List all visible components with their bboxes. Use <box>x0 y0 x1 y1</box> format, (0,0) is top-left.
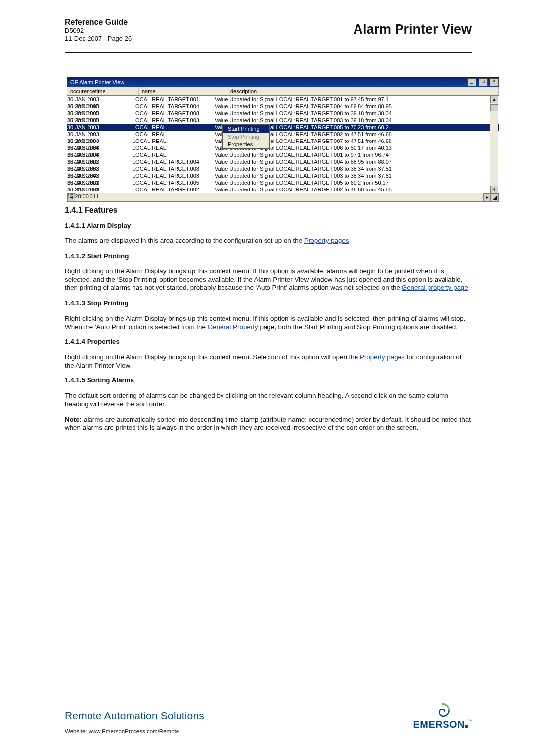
maximize-button[interactable]: □ <box>479 78 488 86</box>
cell-time: 30-JAN-2003 15:28:30.605 <box>67 110 133 117</box>
text: . <box>349 237 351 244</box>
cell-time: 30-JAN-2003 15:28:30.204 <box>67 144 133 151</box>
table-row[interactable]: 30-JAN-2003 15:28:00.682LOCAL:REAL.TARGE… <box>67 158 499 165</box>
minimize-button[interactable]: _ <box>467 78 476 86</box>
cell-name: LOCAL:REAL.TARGET.003 <box>133 172 215 179</box>
dot-icon <box>465 725 468 728</box>
footer-divider <box>65 725 472 725</box>
page-header: Reference Guide D5092 11-Dec-2007 - Page… <box>65 18 472 42</box>
cell-desc: Value Updated for Signal LOCAL:REAL.TARG… <box>215 186 499 193</box>
table-row[interactable]: 30-JAN-2003 15:28:30.605LOCAL:REAL.TARGE… <box>67 110 499 117</box>
column-name[interactable]: name <box>139 87 227 95</box>
cell-desc: Value Updated for Signal LOCAL:REAL.TARG… <box>215 117 499 124</box>
cell-name: LOCAL:REAL.TARGET.002 <box>133 186 215 193</box>
scroll-down-icon[interactable]: ▼ <box>490 186 498 193</box>
cell-name: LOCAL:REAL. <box>133 144 215 151</box>
table-row[interactable]: 30-JAN-2003 15:28:00.311LOCAL:REAL.TARGE… <box>67 186 499 193</box>
cell-desc: Value Updated for Signal LOCAL:REAL.TARG… <box>215 179 499 186</box>
cell-name: LOCAL:REAL. <box>133 124 215 131</box>
website-line: Website: www.EmersonProcess.com/Remote <box>65 728 472 734</box>
column-occurencetime[interactable]: occurencetime <box>67 87 139 95</box>
table-row[interactable]: 30-JAN-2003 15:28:30.354LOCAL:REAL.Value… <box>67 124 499 131</box>
table-row[interactable]: 30-JAN-2003 15:28:30.284LOCAL:REAL.Value… <box>67 138 499 144</box>
cell-time: 30-JAN-2003 15:28:00.311 <box>67 186 133 193</box>
link-property-pages-2[interactable]: Property pages <box>360 353 405 361</box>
link-general-property[interactable]: General Property <box>208 323 258 331</box>
header-divider <box>65 52 472 53</box>
note-label: Note: <box>65 416 82 423</box>
cell-time: 30-JAN-2003 15:28:00.822 <box>67 151 133 158</box>
cell-name: LOCAL:REAL.TARGET.004 <box>133 103 215 110</box>
page-footer: EMERSON™ Remote Automation Solutions Web… <box>65 710 472 734</box>
column-description[interactable]: description <box>227 87 499 95</box>
ras-title: Remote Automation Solutions <box>65 710 472 722</box>
para-stop-printing: Right clicking on the Alarm Display brin… <box>65 314 472 331</box>
note-body: alarms are automatically sorted into des… <box>65 416 471 431</box>
cell-time: 30-JAN-2003 15:28:30.815 <box>67 96 133 103</box>
doc-section-title: Alarm Printer View <box>353 22 472 37</box>
alarm-printer-window: OE Alarm Printer View _ □ × occurencetim… <box>67 77 499 202</box>
cell-time: 30-JAN-2003 15:28:00.642 <box>67 165 133 172</box>
cell-time: 30-JAN-2003 15:28:30.284 <box>67 138 133 144</box>
scroll-right-icon[interactable]: ► <box>483 193 491 201</box>
cell-time: 30-JAN-2003 15:28:30.645 <box>67 103 133 110</box>
tm-icon: ™ <box>468 719 472 723</box>
cell-time: 30-JAN-2003 15:28:30.595 <box>67 117 133 124</box>
cell-desc: Value Updated for Signal LOCAL:REAL.TARG… <box>215 158 499 165</box>
heading-stop-printing: 1.4.1.3 Stop Printing <box>65 299 472 307</box>
window-titlebar[interactable]: OE Alarm Printer View _ □ × <box>67 77 499 87</box>
vertical-scrollbar[interactable]: ▲ ▼ <box>490 95 498 193</box>
emerson-text: EMERSON <box>413 719 465 730</box>
window-buttons: _ □ × <box>466 78 499 86</box>
note-paragraph: Note: alarms are automatically sorted in… <box>65 415 472 432</box>
text: page, both the Start Printing and Stop P… <box>258 323 458 331</box>
para-properties: Right clicking on the Alarm Display brin… <box>65 353 472 370</box>
heading-features: 1.4.1 Features <box>65 205 472 215</box>
emerson-logo: EMERSON™ <box>413 702 472 730</box>
scroll-up-icon[interactable]: ▲ <box>490 95 498 103</box>
heading-sorting-alarms: 1.4.1.5 Sorting Alarms <box>65 376 472 384</box>
scroll-thumb[interactable] <box>490 104 498 111</box>
heading-start-printing: 1.4.1.2 Start Printing <box>65 252 472 260</box>
table-row[interactable]: 30-JAN-2003 15:28:30.595LOCAL:REAL.TARGE… <box>67 117 499 124</box>
cell-name: LOCAL:REAL.TARGET.008 <box>133 110 215 117</box>
cell-desc: Value Updated for Signal LOCAL:REAL.TARG… <box>215 165 499 172</box>
cell-name: LOCAL:REAL.TARGET.001 <box>133 96 215 103</box>
table-row[interactable]: 30-JAN-2003 15:28:00.621LOCAL:REAL.TARGE… <box>67 172 499 179</box>
heading-properties: 1.4.1.4 Properties <box>65 337 472 346</box>
link-property-pages[interactable]: Property pages <box>304 237 349 244</box>
cell-name: LOCAL:REAL.TARGET.008 <box>133 165 215 172</box>
cell-time: 30-JAN-2003 15:28:00.371 <box>67 179 133 186</box>
table-row[interactable]: 30-JAN-2003 15:28:30.645LOCAL:REAL.TARGE… <box>67 103 499 110</box>
text: . <box>468 284 470 291</box>
table-row[interactable]: 30-JAN-2003 15:28:00.371LOCAL:REAL.TARGE… <box>67 179 499 186</box>
menu-start-printing[interactable]: Start Printing <box>223 125 269 133</box>
para-start-printing: Right clicking on the Alarm Display brin… <box>65 267 472 292</box>
close-button[interactable]: × <box>490 78 499 86</box>
cell-desc: Value Updated for Signal LOCAL:REAL.TARG… <box>215 110 499 117</box>
cell-time: 30-JAN-2003 15:28:30.354 <box>67 124 133 131</box>
cell-desc: Value Updated for Signal LOCAL:REAL.TARG… <box>215 151 499 158</box>
table-row[interactable]: 30-JAN-2003 15:28:00.822LOCAL:REAL.Value… <box>67 151 499 158</box>
table-row[interactable]: 30-JAN-2003 15:28:30.304LOCAL:REAL.Value… <box>67 131 499 138</box>
body-content: 1.4.1 Features 1.4.1.1 Alarm Display The… <box>65 199 472 438</box>
cell-name: LOCAL:REAL.TARGET.004 <box>133 158 215 165</box>
table-row[interactable]: 30-JAN-2003 15:28:30.815LOCAL:REAL.TARGE… <box>67 96 499 103</box>
cell-desc: Value Updated for Signal LOCAL:REAL.TARG… <box>215 103 499 110</box>
context-menu: Start Printing Stop Printing Properties <box>222 124 270 149</box>
cell-name: LOCAL:REAL. <box>133 138 215 144</box>
menu-stop-printing[interactable]: Stop Printing <box>223 133 269 141</box>
alarm-rows[interactable]: 30-JAN-2003 15:28:30.815LOCAL:REAL.TARGE… <box>67 96 499 193</box>
menu-properties[interactable]: Properties <box>223 141 269 148</box>
para-sorting-alarms: The default sort ordering of alarms can … <box>65 391 472 408</box>
cell-time: 30-JAN-2003 15:28:30.304 <box>67 131 133 138</box>
window-title: OE Alarm Printer View <box>70 79 124 85</box>
cell-name: LOCAL:REAL. <box>133 131 215 138</box>
cell-time: 30-JAN-2003 15:28:00.621 <box>67 172 133 179</box>
link-general-property-page[interactable]: General property page <box>402 284 468 291</box>
resize-grip-icon[interactable]: ◢ <box>491 193 499 201</box>
cell-name: LOCAL:REAL.TARGET.005 <box>133 179 215 186</box>
table-row[interactable]: 30-JAN-2003 15:28:00.642LOCAL:REAL.TARGE… <box>67 165 499 172</box>
emerson-name: EMERSON™ <box>413 719 472 730</box>
table-row[interactable]: 30-JAN-2003 15:28:30.204LOCAL:REAL.Value… <box>67 144 499 151</box>
